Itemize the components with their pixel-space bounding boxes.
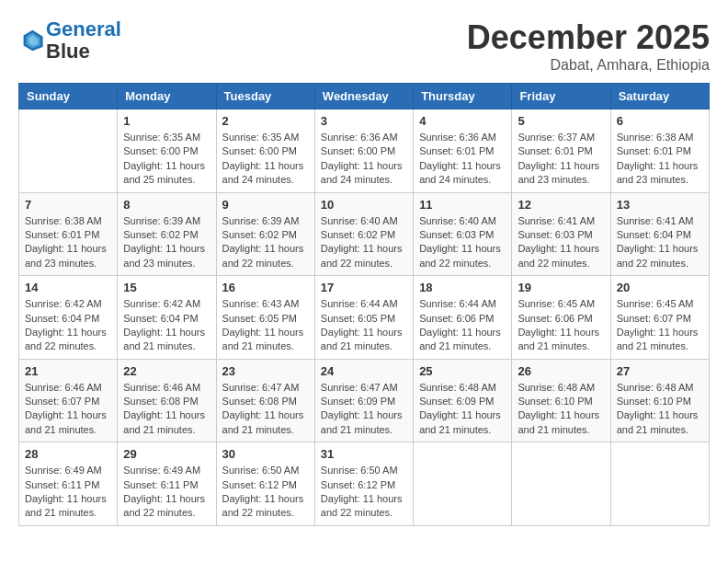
cell-text: Sunrise: 6:35 AM Sunset: 6:00 PM Dayligh…	[222, 131, 309, 188]
day-number: 26	[518, 364, 604, 378]
cell-text: Sunrise: 6:38 AM Sunset: 6:01 PM Dayligh…	[25, 214, 111, 271]
calendar-body: 1Sunrise: 6:35 AM Sunset: 6:00 PM Daylig…	[19, 109, 710, 526]
calendar-cell: 1Sunrise: 6:35 AM Sunset: 6:00 PM Daylig…	[118, 109, 216, 193]
calendar-week-2: 7Sunrise: 6:38 AM Sunset: 6:01 PM Daylig…	[19, 192, 710, 276]
day-number: 15	[123, 281, 210, 294]
logo-line1: General	[46, 17, 121, 40]
day-header-sunday: Sunday	[19, 84, 118, 109]
calendar-cell: 30Sunrise: 6:50 AM Sunset: 6:12 PM Dayli…	[216, 442, 314, 526]
cell-text: Sunrise: 6:41 AM Sunset: 6:04 PM Dayligh…	[617, 214, 703, 271]
calendar-week-5: 28Sunrise: 6:49 AM Sunset: 6:11 PM Dayli…	[19, 442, 710, 526]
cell-text: Sunrise: 6:40 AM Sunset: 6:03 PM Dayligh…	[419, 214, 506, 271]
calendar-cell: 4Sunrise: 6:36 AM Sunset: 6:01 PM Daylig…	[414, 109, 512, 193]
calendar-cell: 20Sunrise: 6:45 AM Sunset: 6:07 PM Dayli…	[610, 276, 709, 360]
calendar-cell	[19, 109, 118, 193]
page-header: General Blue December 2025 Dabat, Amhara…	[18, 18, 710, 74]
calendar-cell	[512, 442, 610, 526]
calendar-cell: 29Sunrise: 6:49 AM Sunset: 6:11 PM Dayli…	[118, 442, 216, 526]
cell-text: Sunrise: 6:40 AM Sunset: 6:02 PM Dayligh…	[321, 214, 407, 271]
day-number: 5	[518, 114, 604, 128]
calendar-cell	[610, 442, 709, 526]
calendar-cell: 7Sunrise: 6:38 AM Sunset: 6:01 PM Daylig…	[19, 192, 118, 276]
day-number: 16	[222, 281, 309, 294]
day-number: 2	[222, 114, 309, 128]
day-number: 12	[518, 198, 604, 212]
cell-text: Sunrise: 6:50 AM Sunset: 6:12 PM Dayligh…	[222, 464, 309, 521]
day-header-tuesday: Tuesday	[216, 84, 314, 109]
day-number: 22	[123, 364, 210, 378]
cell-text: Sunrise: 6:41 AM Sunset: 6:03 PM Dayligh…	[518, 214, 604, 271]
calendar-week-1: 1Sunrise: 6:35 AM Sunset: 6:00 PM Daylig…	[19, 109, 710, 193]
calendar-cell: 10Sunrise: 6:40 AM Sunset: 6:02 PM Dayli…	[314, 192, 413, 276]
day-number: 20	[617, 281, 703, 294]
day-number: 4	[419, 114, 506, 128]
day-number: 31	[321, 447, 407, 461]
logo: General Blue	[18, 18, 121, 63]
calendar-cell: 18Sunrise: 6:44 AM Sunset: 6:06 PM Dayli…	[414, 276, 512, 360]
day-number: 19	[518, 281, 604, 294]
day-number: 18	[419, 281, 506, 294]
cell-text: Sunrise: 6:49 AM Sunset: 6:11 PM Dayligh…	[123, 464, 210, 521]
cell-text: Sunrise: 6:47 AM Sunset: 6:08 PM Dayligh…	[222, 381, 309, 438]
cell-text: Sunrise: 6:44 AM Sunset: 6:05 PM Dayligh…	[321, 297, 407, 354]
logo-line2: Blue	[46, 40, 90, 63]
cell-text: Sunrise: 6:44 AM Sunset: 6:06 PM Dayligh…	[419, 297, 506, 354]
cell-text: Sunrise: 6:45 AM Sunset: 6:06 PM Dayligh…	[518, 297, 604, 354]
day-number: 25	[419, 364, 506, 378]
day-number: 28	[25, 447, 111, 461]
calendar-cell: 6Sunrise: 6:38 AM Sunset: 6:01 PM Daylig…	[610, 109, 709, 193]
day-number: 23	[222, 364, 309, 378]
day-number: 1	[123, 114, 210, 128]
day-number: 6	[617, 114, 703, 128]
cell-text: Sunrise: 6:42 AM Sunset: 6:04 PM Dayligh…	[123, 297, 210, 354]
day-number: 27	[617, 364, 703, 378]
main-title: December 2025	[467, 18, 710, 57]
logo-icon	[18, 28, 44, 53]
cell-text: Sunrise: 6:36 AM Sunset: 6:01 PM Dayligh…	[419, 131, 506, 188]
cell-text: Sunrise: 6:39 AM Sunset: 6:02 PM Dayligh…	[222, 214, 309, 271]
cell-text: Sunrise: 6:36 AM Sunset: 6:00 PM Dayligh…	[321, 131, 407, 188]
day-number: 21	[25, 364, 111, 378]
calendar-cell: 26Sunrise: 6:48 AM Sunset: 6:10 PM Dayli…	[512, 359, 610, 442]
cell-text: Sunrise: 6:37 AM Sunset: 6:01 PM Dayligh…	[518, 131, 604, 188]
day-number: 8	[123, 198, 210, 212]
day-number: 3	[321, 114, 407, 128]
day-header-wednesday: Wednesday	[314, 84, 413, 109]
day-number: 30	[222, 447, 309, 461]
day-header-saturday: Saturday	[610, 84, 709, 109]
day-number: 14	[25, 281, 111, 294]
cell-text: Sunrise: 6:48 AM Sunset: 6:10 PM Dayligh…	[518, 381, 604, 438]
calendar-cell: 12Sunrise: 6:41 AM Sunset: 6:03 PM Dayli…	[512, 192, 610, 276]
day-number: 29	[123, 447, 210, 461]
cell-text: Sunrise: 6:48 AM Sunset: 6:10 PM Dayligh…	[617, 381, 703, 438]
day-header-thursday: Thursday	[414, 84, 512, 109]
day-number: 10	[321, 198, 407, 212]
calendar-week-3: 14Sunrise: 6:42 AM Sunset: 6:04 PM Dayli…	[19, 276, 710, 360]
calendar-cell: 14Sunrise: 6:42 AM Sunset: 6:04 PM Dayli…	[19, 276, 118, 360]
day-number: 9	[222, 198, 309, 212]
calendar-cell: 21Sunrise: 6:46 AM Sunset: 6:07 PM Dayli…	[19, 359, 118, 442]
day-header-monday: Monday	[118, 84, 216, 109]
calendar-cell: 17Sunrise: 6:44 AM Sunset: 6:05 PM Dayli…	[314, 276, 413, 360]
calendar-cell: 11Sunrise: 6:40 AM Sunset: 6:03 PM Dayli…	[414, 192, 512, 276]
day-number: 13	[617, 198, 703, 212]
calendar-cell: 28Sunrise: 6:49 AM Sunset: 6:11 PM Dayli…	[19, 442, 118, 526]
calendar-table: SundayMondayTuesdayWednesdayThursdayFrid…	[18, 83, 710, 526]
cell-text: Sunrise: 6:46 AM Sunset: 6:08 PM Dayligh…	[123, 381, 210, 438]
sub-title: Dabat, Amhara, Ethiopia	[467, 57, 710, 74]
calendar-cell: 19Sunrise: 6:45 AM Sunset: 6:06 PM Dayli…	[512, 276, 610, 360]
calendar-cell: 16Sunrise: 6:43 AM Sunset: 6:05 PM Dayli…	[216, 276, 314, 360]
calendar-cell	[414, 442, 512, 526]
calendar-cell: 8Sunrise: 6:39 AM Sunset: 6:02 PM Daylig…	[118, 192, 216, 276]
day-number: 17	[321, 281, 407, 294]
logo-text: General Blue	[46, 18, 121, 63]
calendar-cell: 3Sunrise: 6:36 AM Sunset: 6:00 PM Daylig…	[314, 109, 413, 193]
day-number: 11	[419, 198, 506, 212]
cell-text: Sunrise: 6:35 AM Sunset: 6:00 PM Dayligh…	[123, 131, 210, 188]
calendar-week-4: 21Sunrise: 6:46 AM Sunset: 6:07 PM Dayli…	[19, 359, 710, 442]
day-number: 24	[321, 364, 407, 378]
cell-text: Sunrise: 6:42 AM Sunset: 6:04 PM Dayligh…	[25, 297, 111, 354]
cell-text: Sunrise: 6:39 AM Sunset: 6:02 PM Dayligh…	[123, 214, 210, 271]
calendar-cell: 9Sunrise: 6:39 AM Sunset: 6:02 PM Daylig…	[216, 192, 314, 276]
calendar-cell: 2Sunrise: 6:35 AM Sunset: 6:00 PM Daylig…	[216, 109, 314, 193]
